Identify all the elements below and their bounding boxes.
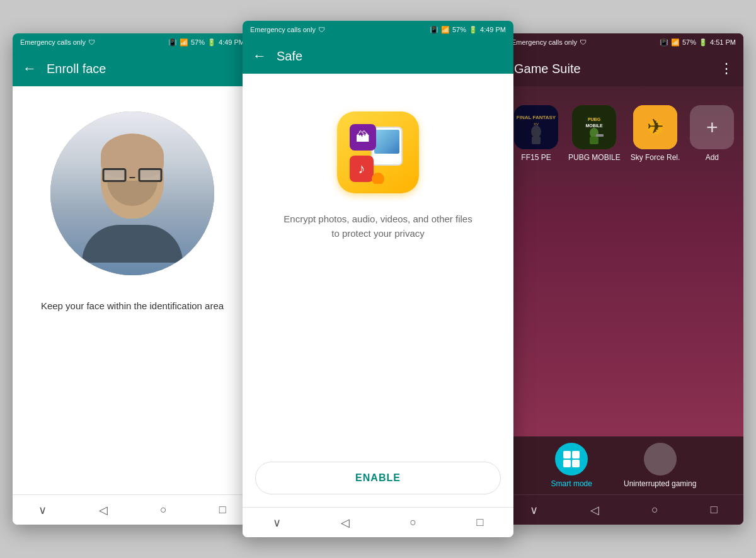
wifi-icon: 📶 — [180, 38, 188, 47]
safe-app-icon: 🏔 ♪ — [337, 111, 419, 193]
enroll-spacer — [13, 324, 252, 494]
svg-rect-18 — [590, 137, 598, 144]
back-button-enroll[interactable]: ← — [23, 60, 37, 77]
svg-rect-26 — [572, 460, 580, 467]
smart-mode-label: Smart mode — [551, 479, 592, 488]
nav-down-left[interactable]: ∨ — [38, 503, 47, 517]
emergency-calls-mid: Emergency calls only — [250, 26, 316, 33]
sky-force-icon: ✈ — [633, 105, 677, 149]
face-identification-circle — [50, 111, 214, 275]
enable-button[interactable]: ENABLE — [255, 462, 501, 494]
nav-down-right[interactable]: ∨ — [530, 503, 538, 517]
nav-back-mid[interactable]: ◁ — [341, 516, 350, 530]
phones-container: Emergency calls only 🛡 📳 📶 57% 🔋 4:49 PM… — [0, 0, 756, 558]
title-enroll: Enroll face — [47, 62, 106, 76]
phone-enroll-face: Emergency calls only 🛡 📳 📶 57% 🔋 4:49 PM… — [13, 33, 252, 525]
status-right-right: 📳 📶 57% 🔋 4:51 PM — [660, 38, 736, 47]
more-options-button[interactable]: ⋮ — [719, 60, 733, 77]
uninterrupted-gaming-item[interactable]: Uninterrupted gaming — [624, 443, 696, 488]
nav-home-mid[interactable]: ○ — [410, 516, 416, 529]
smart-mode-svg — [562, 450, 581, 469]
bottom-nav-mid: ∨ ◁ ○ □ — [243, 507, 513, 537]
uninterrupted-gaming-label: Uninterrupted gaming — [624, 479, 696, 488]
nav-home-left[interactable]: ○ — [160, 503, 167, 516]
status-right-left: Emergency calls only 🛡 — [512, 38, 587, 46]
game-suite-title: Game Suite — [514, 62, 581, 76]
vibrate-icon-right: 📳 — [660, 38, 668, 47]
wifi-icon-right: 📶 — [671, 38, 680, 47]
nav-recent-mid[interactable]: □ — [476, 516, 483, 529]
nav-back-right[interactable]: ◁ — [590, 503, 599, 517]
pubg-label: PUBG MOBILE — [568, 153, 621, 162]
vibrate-icon: 📳 — [168, 38, 177, 47]
battery-text: 57% — [191, 38, 205, 46]
shield-icon: 🛡 — [88, 38, 95, 46]
nav-back-left[interactable]: ◁ — [99, 503, 108, 517]
back-button-safe[interactable]: ← — [253, 48, 266, 64]
nav-recent-left[interactable]: □ — [219, 503, 226, 516]
moon-svg — [651, 450, 669, 468]
bottom-nav-right: ∨ ◁ ○ □ — [504, 494, 743, 525]
add-game-icon: + — [690, 105, 734, 149]
face-oval — [101, 137, 164, 219]
safe-app-icon-wrapper: 🏔 ♪ — [337, 111, 419, 193]
phone-safe: Emergency calls only 🛡 📳 📶 57% 🔋 4:49 PM… — [243, 21, 513, 537]
time-text: 4:49 PM — [219, 38, 244, 46]
status-left-text: Emergency calls only 🛡 — [20, 38, 95, 46]
time-right: 4:51 PM — [710, 38, 736, 46]
svg-rect-19 — [596, 134, 604, 137]
sky-svg: ✈ — [633, 105, 677, 149]
battery-mid: 57% — [452, 26, 466, 33]
game-item-ff15[interactable]: FINAL FANTASY XV FF15 PE — [514, 105, 558, 162]
nav-home-right[interactable]: ○ — [651, 503, 658, 516]
glasses — [103, 168, 163, 182]
title-safe: Safe — [277, 49, 302, 64]
ff15-label: FF15 PE — [521, 153, 551, 162]
face-photo — [50, 111, 214, 275]
time-mid: 4:49 PM — [480, 26, 506, 33]
status-right-icons: 📳 📶 57% 🔋 4:49 PM — [168, 38, 244, 47]
safe-description-text: Encrypt photos, audio, videos, and other… — [284, 212, 472, 241]
game-suite-content: FINAL FANTASY XV FF15 PE — [504, 86, 743, 436]
battery-icon-mid: 🔋 — [469, 26, 478, 34]
game-item-sky-force[interactable]: ✈ Sky Force Rel. — [631, 105, 680, 162]
smart-mode-item[interactable]: Smart mode — [551, 443, 592, 488]
add-circle: + — [690, 105, 734, 149]
nav-recent-right[interactable]: □ — [711, 503, 718, 516]
status-bar-right: Emergency calls only 🛡 📳 📶 57% 🔋 4:51 PM — [504, 33, 743, 51]
svg-rect-13 — [532, 137, 541, 144]
status-bar-mid: Emergency calls only 🛡 📳 📶 57% 🔋 4:49 PM — [243, 21, 513, 38]
svg-point-12 — [531, 125, 541, 138]
ff15-inner: FINAL FANTASY XV — [514, 105, 558, 149]
enroll-content-area: Keep your face within the identification… — [13, 86, 252, 494]
emergency-calls-text: Emergency calls only — [20, 38, 86, 46]
person-silhouette — [88, 137, 176, 263]
sky-force-label: Sky Force Rel. — [631, 153, 680, 162]
wifi-icon-mid: 📶 — [441, 26, 450, 34]
safe-bottom-area: ENABLE — [243, 455, 513, 507]
safe-content-area: 🏔 ♪ Encrypt photos, audio, videos, and o… — [243, 74, 513, 507]
game-item-add[interactable]: + Add — [690, 105, 734, 162]
svg-rect-2 — [374, 130, 399, 154]
game-icons-row: FINAL FANTASY XV FF15 PE — [514, 99, 733, 168]
game-item-pubg[interactable]: PUBG MOBILE PUBG MOBILE — [568, 105, 621, 162]
game-mode-bar: Smart mode Uninterrupted gaming — [504, 436, 743, 494]
beard — [107, 181, 158, 206]
pubg-icon: PUBG MOBILE — [572, 105, 616, 149]
status-mid-right: 📳 📶 57% 🔋 4:49 PM — [430, 26, 506, 34]
phone-game-suite: Emergency calls only 🛡 📳 📶 57% 🔋 4:51 PM… — [504, 33, 743, 525]
svg-text:PUBG: PUBG — [588, 117, 601, 122]
glass-bridge — [129, 177, 135, 178]
nav-down-mid[interactable]: ∨ — [273, 516, 281, 530]
svg-rect-25 — [563, 460, 571, 467]
safe-content: 🏔 ♪ Encrypt photos, audio, videos, and o… — [243, 74, 513, 290]
svg-text:🏔: 🏔 — [356, 129, 370, 145]
svg-text:MOBILE: MOBILE — [586, 123, 604, 128]
svg-text:FINAL FANTASY: FINAL FANTASY — [517, 115, 556, 120]
svg-text:♪: ♪ — [358, 161, 365, 176]
status-mid-left: Emergency calls only 🛡 — [250, 26, 325, 33]
ff15-svg: FINAL FANTASY XV — [514, 105, 558, 149]
ff15-icon: FINAL FANTASY XV — [514, 105, 558, 149]
svg-point-22 — [648, 120, 663, 135]
safe-spacer — [243, 290, 513, 455]
